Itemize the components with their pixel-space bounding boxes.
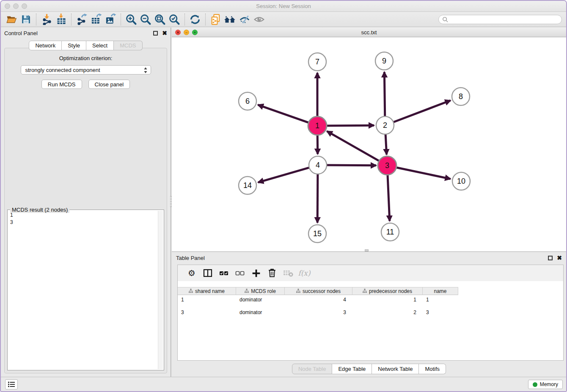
tab-select[interactable]: Select xyxy=(86,41,114,50)
graph-edge-4-3[interactable] xyxy=(326,165,376,166)
table-settings-gear-icon[interactable]: ⚙ xyxy=(184,267,200,279)
column-header-mcds-role[interactable]: MCDS role xyxy=(236,287,285,295)
tab-edge-table[interactable]: Edge Table xyxy=(332,364,372,374)
control-panel-close-icon[interactable]: ✖ xyxy=(162,31,167,36)
table-panel-float-button[interactable] xyxy=(548,256,553,260)
export-image-icon[interactable] xyxy=(103,13,118,26)
create-column-icon[interactable] xyxy=(248,267,264,279)
graph-edge-1-2[interactable] xyxy=(325,125,374,126)
cell-successor-nodes[interactable]: 4 xyxy=(285,296,352,303)
refresh-icon[interactable] xyxy=(188,13,202,26)
import-table-icon[interactable] xyxy=(54,13,68,26)
hide-graphics-icon[interactable] xyxy=(237,13,252,26)
svg-text:6: 6 xyxy=(245,97,250,105)
graph-node-6[interactable]: 6 xyxy=(239,92,256,110)
graph-edge-3-11[interactable] xyxy=(388,174,390,221)
memory-label: Memory xyxy=(540,381,558,387)
delete-table-icon[interactable] xyxy=(280,267,296,279)
column-header-successor-nodes[interactable]: successor nodes xyxy=(285,287,352,295)
zoom-out-icon[interactable] xyxy=(138,13,153,26)
search-input[interactable] xyxy=(438,15,562,24)
graph-node-11[interactable]: 11 xyxy=(381,223,399,241)
control-panel-float-button[interactable] xyxy=(153,31,158,36)
criterion-select[interactable]: strongly connected component xyxy=(21,65,151,75)
graph-edge-3-1[interactable] xyxy=(327,131,380,162)
cell-predecessor-nodes[interactable]: 1 xyxy=(352,296,423,303)
graph-edge-4-15[interactable] xyxy=(317,173,318,223)
cell-shared-name[interactable]: 3 xyxy=(178,309,236,316)
table-toolbar: ⚙ xyxy=(178,265,563,281)
table-row[interactable]: 3 dominator 3 2 3 xyxy=(178,309,563,316)
tab-network[interactable]: Network xyxy=(29,41,62,50)
zoom-fit-icon[interactable] xyxy=(153,13,167,26)
cell-name[interactable]: 3 xyxy=(423,309,458,316)
select-all-columns-icon[interactable] xyxy=(216,267,232,279)
memory-button[interactable]: Memory xyxy=(528,380,563,389)
graph-edge-2-8[interactable] xyxy=(393,100,451,122)
import-network-icon[interactable] xyxy=(39,13,54,26)
open-file-icon[interactable] xyxy=(4,13,19,26)
run-mcds-button[interactable]: Run MCDS xyxy=(41,80,82,89)
task-history-button[interactable] xyxy=(5,379,18,389)
network-canvas[interactable]: 7968124314101511 xyxy=(172,37,566,251)
node-table: ⚙ xyxy=(177,265,564,361)
graph-node-4[interactable]: 4 xyxy=(309,156,327,174)
graph-node-15[interactable]: 15 xyxy=(308,225,326,243)
column-header-name[interactable]: name xyxy=(423,287,458,295)
canvas-splitter-handle[interactable] xyxy=(365,249,369,251)
show-columns-icon[interactable] xyxy=(200,267,216,279)
graph-edge-3-10[interactable] xyxy=(395,167,451,179)
tab-motifs[interactable]: Motifs xyxy=(419,364,446,374)
cell-predecessor-nodes[interactable]: 2 xyxy=(352,309,423,316)
graph-node-7[interactable]: 7 xyxy=(308,53,326,71)
svg-text:2: 2 xyxy=(383,121,387,130)
table-panel-title: Table Panel xyxy=(176,255,205,261)
tab-mcds[interactable]: MCDS xyxy=(114,41,142,50)
cell-filler xyxy=(458,296,563,303)
unselect-all-columns-icon[interactable] xyxy=(232,267,248,279)
tab-style[interactable]: Style xyxy=(62,41,86,50)
cell-mcds-role[interactable]: dominator xyxy=(236,296,285,303)
graph-edge-1-6[interactable] xyxy=(258,105,310,123)
graph-node-10[interactable]: 10 xyxy=(452,172,470,190)
graph-node-2[interactable]: 2 xyxy=(376,116,394,134)
graph-edge-2-3[interactable] xyxy=(385,133,387,155)
mcds-result-text[interactable]: 1 3 xyxy=(10,212,157,369)
graph-node-14[interactable]: 14 xyxy=(239,177,256,194)
tab-network-table[interactable]: Network Table xyxy=(372,364,419,374)
zoom-selected-icon[interactable] xyxy=(167,13,182,26)
graph-edge-2-9[interactable] xyxy=(384,72,385,117)
export-network-icon[interactable] xyxy=(74,13,89,26)
cell-shared-name[interactable]: 1 xyxy=(178,296,236,303)
graph-node-1[interactable]: 1 xyxy=(308,116,327,135)
cell-filler xyxy=(458,309,563,316)
tab-node-table[interactable]: Node Table xyxy=(292,364,333,374)
table-row[interactable]: 1 dominator 4 1 1 xyxy=(178,296,563,303)
column-header-predecessor-nodes[interactable]: predecessor nodes xyxy=(352,287,423,295)
memory-status-icon xyxy=(533,382,537,387)
graph-edge-4-14[interactable] xyxy=(258,167,310,182)
close-panel-button[interactable]: Close panel xyxy=(88,80,130,89)
table-panel-close-icon[interactable]: ✖ xyxy=(557,256,562,260)
graph-node-8[interactable]: 8 xyxy=(452,88,470,105)
show-graphics-icon[interactable] xyxy=(252,13,266,26)
table-panel-tabs: Node Table Edge Table Network Table Moti… xyxy=(172,364,566,374)
column-header-shared-name[interactable]: shared name xyxy=(178,287,236,295)
delete-column-icon[interactable] xyxy=(264,267,280,279)
cell-name[interactable]: 1 xyxy=(423,296,458,303)
cell-mcds-role[interactable]: dominator xyxy=(236,309,285,316)
first-neighbors-icon[interactable] xyxy=(223,13,237,26)
clone-network-icon[interactable] xyxy=(209,13,223,26)
graph-node-9[interactable]: 9 xyxy=(375,52,393,70)
graph-node-3[interactable]: 3 xyxy=(378,156,396,175)
export-table-icon[interactable] xyxy=(89,13,103,26)
result-scrollbar[interactable] xyxy=(158,211,163,369)
save-session-icon[interactable] xyxy=(19,13,33,26)
cell-successor-nodes[interactable]: 3 xyxy=(285,309,352,316)
network-window-titlebar[interactable]: ✕ – + scc.txt xyxy=(172,28,566,37)
table-panel: Table Panel ✖ ⚙ xyxy=(172,252,566,377)
zoom-in-icon[interactable] xyxy=(124,13,138,26)
app-title: Session: New Session xyxy=(1,1,566,12)
graph-edge-1-4[interactable] xyxy=(317,134,318,154)
function-builder-icon[interactable]: f(x) xyxy=(296,267,312,279)
